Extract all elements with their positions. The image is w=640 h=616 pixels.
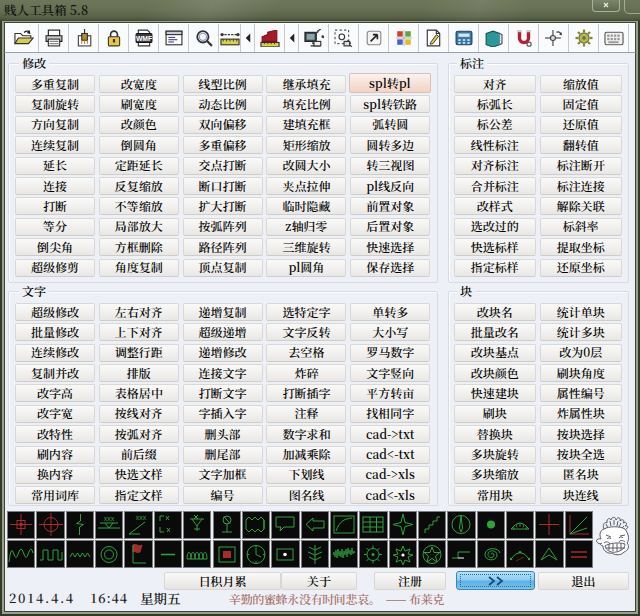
svg-text:WMF: WMF [135, 35, 151, 42]
svg-text:xxx: xxx [135, 514, 146, 521]
svg-text:xxx: xxx [104, 515, 115, 522]
